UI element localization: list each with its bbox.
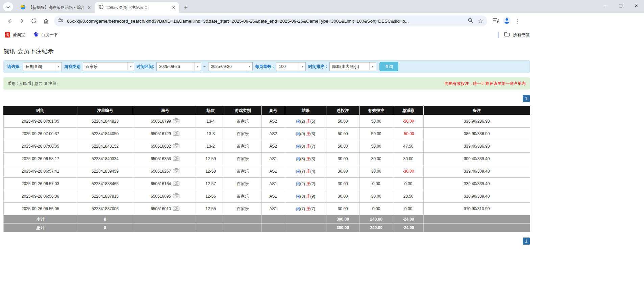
- pagination-top: 1: [0, 95, 530, 102]
- query-type-select[interactable]: 日期查询 ▼: [23, 62, 62, 71]
- snapshot-camera-icon[interactable]: [173, 143, 179, 149]
- cell-payout: -50.00: [393, 115, 424, 128]
- date-start-input[interactable]: 2025-09-26 ▼: [156, 62, 201, 71]
- cell-total-bet[interactable]: 30.00: [326, 178, 360, 190]
- cell-valid-bet: 0.00: [360, 203, 393, 215]
- cell-round: 650516632: [133, 140, 197, 153]
- cell-bet-id: 522841844823: [77, 115, 133, 128]
- cell-total-bet[interactable]: 50.00: [326, 115, 360, 128]
- cell-game-type: 百家乐: [224, 128, 262, 140]
- bookmark-baidu[interactable]: 百度一下: [33, 32, 58, 38]
- snapshot-camera-icon[interactable]: [173, 131, 179, 137]
- cell-bet-id: 522841838465: [77, 178, 133, 190]
- cell-result: 闲(8) 庄(3): [285, 153, 326, 165]
- cell-total-bet[interactable]: 30.00: [326, 203, 360, 215]
- subtotal-total-bet: 300.00: [326, 215, 360, 224]
- cell-valid-bet: 30.00: [360, 190, 393, 203]
- forward-icon[interactable]: [16, 15, 28, 27]
- zoom-icon[interactable]: [468, 18, 473, 25]
- window-maximize-button[interactable]: [613, 0, 628, 11]
- bookmark-star-icon[interactable]: ☆: [478, 18, 483, 25]
- url-text[interactable]: 66cxkj98.com/game/betrecord_search/kind3…: [67, 19, 464, 24]
- column-header: 总投注: [326, 106, 360, 115]
- cell-valid-bet: 50.00: [360, 128, 393, 140]
- cell-payout: 30.00: [393, 153, 424, 165]
- column-header: 结果: [285, 106, 326, 115]
- cell-time: 2025-09-26 06:57:03: [4, 178, 77, 190]
- chevron-down-icon[interactable]: ▼: [246, 63, 252, 71]
- column-header: 局号: [133, 106, 197, 115]
- cell-time: 2025-09-26 06:56:05: [4, 203, 77, 215]
- tune-icon[interactable]: [58, 18, 64, 24]
- tab-close-icon[interactable]: ✕: [171, 5, 176, 10]
- url-bar[interactable]: 66cxkj98.com/game/betrecord_search/kind3…: [54, 16, 487, 26]
- bookmark-taobao[interactable]: 淘 爱淘宝: [5, 32, 25, 38]
- chevron-down-icon[interactable]: ▼: [369, 63, 376, 71]
- column-header: 场次: [197, 106, 224, 115]
- cell-table-no: AS1: [262, 203, 285, 215]
- cell-total-bet[interactable]: 50.00: [326, 140, 360, 153]
- snapshot-camera-icon[interactable]: [173, 206, 179, 212]
- tab-close-icon[interactable]: ✕: [86, 5, 92, 10]
- cell-bet-id: 522841837006: [77, 203, 133, 215]
- cell-total-bet[interactable]: 50.00: [326, 128, 360, 140]
- cell-game-type: 百家乐: [224, 115, 262, 128]
- tab-bet-records[interactable]: :::视讯 会员下注纪录::: ✕: [95, 2, 179, 13]
- window-minimize-button[interactable]: —: [597, 0, 613, 11]
- game-type-select[interactable]: 百家乐 ▼: [83, 62, 134, 71]
- new-tab-button[interactable]: +: [181, 3, 191, 12]
- date-separator: ~: [203, 64, 206, 69]
- table-row: 2025-09-26 06:57:41 522841839459 6505162…: [4, 165, 530, 178]
- cell-table-no: AS2: [262, 140, 285, 153]
- profile-avatar-icon[interactable]: [503, 16, 511, 26]
- cell-table-no: AS2: [262, 115, 285, 128]
- bookmarks-bar: 淘 爱淘宝 百度一下 所有书签: [0, 29, 644, 41]
- chevron-down-icon[interactable]: ▼: [55, 63, 61, 71]
- table-row: 2025-09-26 07:01:05 522841844823 6505167…: [4, 115, 530, 128]
- page-1-button[interactable]: 1: [523, 95, 530, 102]
- cell-valid-bet: 30.00: [360, 165, 393, 178]
- reload-icon[interactable]: [28, 15, 40, 27]
- sort-select[interactable]: 降幂(由大到小) ▼: [329, 62, 376, 71]
- cell-payout: -30.00: [393, 165, 424, 178]
- snapshot-camera-icon[interactable]: [173, 118, 179, 124]
- snapshot-camera-icon[interactable]: [173, 193, 179, 199]
- column-header: 有效投注: [360, 106, 393, 115]
- all-bookmarks-label[interactable]: 所有书签: [513, 32, 530, 38]
- cell-note: 339.40/339.40: [424, 178, 530, 190]
- menu-kebab-icon[interactable]: ⋮: [514, 18, 521, 25]
- date-end-input[interactable]: 2025-09-26 ▼: [208, 62, 253, 71]
- cell-time: 2025-09-26 06:56:36: [4, 190, 77, 203]
- cell-total-bet[interactable]: 30.00: [326, 190, 360, 203]
- page-size-select[interactable]: 100 ▼: [276, 62, 306, 71]
- snapshot-camera-icon[interactable]: [173, 168, 179, 174]
- home-icon[interactable]: [40, 15, 52, 27]
- back-icon[interactable]: [3, 15, 16, 27]
- notice-text: 同局有效投注，统一计算在该局第一张注单内: [445, 81, 526, 86]
- snapshot-camera-icon[interactable]: [173, 181, 179, 187]
- cell-table-no: AS1: [262, 190, 285, 203]
- total-label: 总计: [4, 224, 77, 232]
- chevron-down-icon[interactable]: ▼: [299, 63, 305, 71]
- column-header: 时间: [4, 106, 77, 115]
- cell-total-bet[interactable]: 30.00: [326, 153, 360, 165]
- sort-label: 时间排序 :: [308, 64, 327, 70]
- snapshot-camera-icon[interactable]: [173, 156, 179, 162]
- folder-icon: [504, 32, 510, 38]
- bookmark-label: 百度一下: [41, 32, 58, 38]
- subtotal-payout: -24.00: [393, 215, 424, 224]
- chevron-down-icon[interactable]: ▼: [127, 63, 134, 71]
- window-close-button[interactable]: ✕: [628, 0, 644, 11]
- cell-bet-id: 522841840334: [77, 153, 133, 165]
- cell-total-bet[interactable]: 30.00: [326, 165, 360, 178]
- cell-result: 闲(9) 庄(3): [285, 128, 326, 140]
- search-button[interactable]: 查询: [379, 62, 398, 71]
- pagination-bottom: 1: [0, 238, 530, 245]
- tab-forum[interactable]: 【新提醒】海燕策略论坛 - 综合 ✕: [16, 2, 95, 13]
- chevron-down-icon[interactable]: ▼: [194, 63, 201, 71]
- media-controls-icon[interactable]: [493, 17, 499, 25]
- tab-search-button[interactable]: [3, 2, 13, 11]
- page-1-button[interactable]: 1: [523, 238, 530, 245]
- cell-session: 12-58: [197, 165, 224, 178]
- subtotal-valid-bet: 240.00: [360, 215, 393, 224]
